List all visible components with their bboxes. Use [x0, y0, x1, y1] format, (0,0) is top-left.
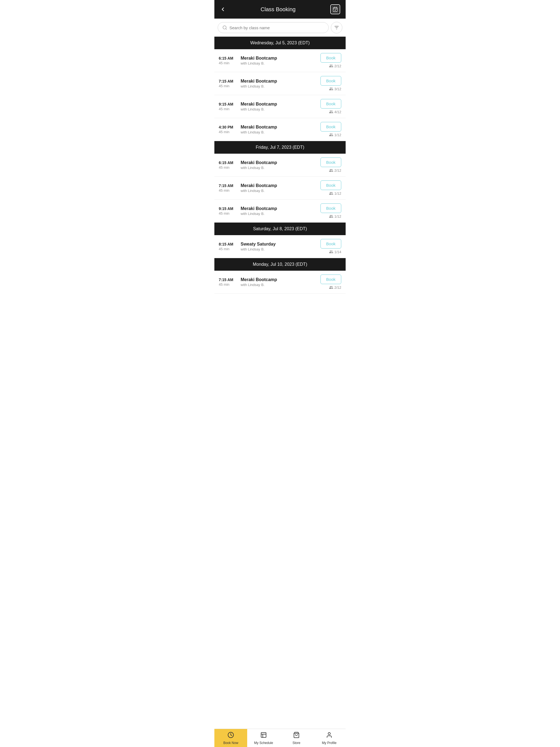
class-capacity: 2/12: [329, 168, 341, 173]
class-time: 7:15 AM 45 min: [219, 278, 237, 287]
class-name: Meraki Bootcamp: [240, 277, 317, 282]
class-info: Meraki Bootcamp with Lindsay B.: [240, 79, 317, 88]
svg-rect-0: [333, 7, 337, 11]
class-action: Book 2/12: [321, 53, 341, 68]
book-button[interactable]: Book: [321, 275, 341, 284]
class-instructor: with Lindsay B.: [240, 166, 317, 170]
class-instructor: with Lindsay B.: [240, 189, 317, 193]
class-time: 6:15 AM 45 min: [219, 56, 237, 65]
svg-line-5: [226, 28, 226, 29]
my-profile-label: My Profile: [322, 741, 336, 745]
search-icon: [222, 25, 227, 30]
class-time-value: 9:15 AM: [219, 102, 237, 106]
search-input-wrapper: [218, 22, 329, 33]
book-button[interactable]: Book: [321, 53, 341, 62]
class-row: 6:15 AM 45 min Meraki Bootcamp with Lind…: [214, 49, 346, 72]
book-button[interactable]: Book: [321, 180, 341, 190]
calendar-icon: [330, 4, 340, 14]
class-time: 9:15 AM 45 min: [219, 102, 237, 111]
class-info: Meraki Bootcamp with Lindsay B.: [240, 56, 317, 66]
class-duration: 45 min: [219, 282, 237, 287]
book-button[interactable]: Book: [321, 76, 341, 85]
main-content: Wednesday, Jul 5, 2023 (EDT) 6:15 AM 45 …: [214, 36, 346, 747]
class-row: 4:30 PM 45 min Meraki Bootcamp with Lind…: [214, 118, 346, 141]
class-info: Meraki Bootcamp with Lindsay B.: [240, 206, 317, 216]
book-button[interactable]: Book: [321, 99, 341, 108]
class-time: 9:15 AM 45 min: [219, 206, 237, 215]
book-now-label: Book Now: [223, 741, 238, 745]
class-capacity: 3/12: [329, 87, 341, 91]
class-capacity: 1/12: [329, 214, 341, 218]
people-icon: [329, 133, 333, 137]
nav-item-my-schedule[interactable]: My Schedule: [247, 729, 280, 747]
svg-rect-10: [261, 732, 266, 738]
people-icon: [329, 250, 333, 254]
back-icon: [220, 6, 226, 12]
calendar-button[interactable]: [329, 3, 341, 15]
search-input[interactable]: [229, 25, 324, 30]
class-time-value: 7:15 AM: [219, 183, 237, 188]
header: Class Booking: [214, 0, 346, 19]
class-time-value: 6:15 AM: [219, 160, 237, 165]
class-duration: 45 min: [219, 247, 237, 251]
people-icon: [329, 214, 333, 218]
day-header: Saturday, Jul 8, 2023 (EDT): [214, 223, 346, 235]
nav-item-my-profile[interactable]: My Profile: [313, 729, 346, 747]
class-capacity: 1/12: [329, 191, 341, 196]
class-duration: 45 min: [219, 107, 237, 111]
class-instructor: with Lindsay B.: [240, 84, 317, 88]
bottom-nav: Book Now My Schedule Store My Profile: [214, 729, 346, 747]
class-name: Meraki Bootcamp: [240, 160, 317, 165]
store-label: Store: [292, 741, 301, 745]
store-icon: [293, 732, 300, 740]
nav-item-book-now[interactable]: Book Now: [214, 729, 247, 747]
book-button[interactable]: Book: [321, 239, 341, 249]
capacity-value: 1/12: [334, 214, 341, 218]
capacity-value: 3/12: [334, 87, 341, 91]
book-now-icon: [228, 732, 234, 740]
class-time: 4:30 PM 45 min: [219, 125, 237, 134]
class-action: Book 1/12: [321, 180, 341, 196]
book-button[interactable]: Book: [321, 203, 341, 213]
class-time-value: 4:30 PM: [219, 125, 237, 129]
day-header: Wednesday, Jul 5, 2023 (EDT): [214, 36, 346, 49]
class-info: Sweaty Saturday with Lindsay B.: [240, 242, 317, 251]
class-duration: 45 min: [219, 165, 237, 170]
people-icon: [329, 285, 333, 289]
nav-item-store[interactable]: Store: [280, 729, 313, 747]
capacity-value: 1/12: [334, 133, 341, 137]
class-instructor: with Lindsay B.: [240, 107, 317, 111]
book-button[interactable]: Book: [321, 122, 341, 131]
capacity-value: 1/12: [334, 191, 341, 196]
capacity-value: 1/14: [334, 250, 341, 254]
class-action: Book 1/12: [321, 122, 341, 137]
class-capacity: 2/12: [329, 285, 341, 289]
people-icon: [329, 87, 333, 91]
class-capacity: 4/12: [329, 110, 341, 114]
class-row: 9:15 AM 45 min Meraki Bootcamp with Lind…: [214, 200, 346, 223]
class-info: Meraki Bootcamp with Lindsay B.: [240, 183, 317, 193]
my-schedule-label: My Schedule: [254, 741, 273, 745]
class-action: Book 1/12: [321, 203, 341, 218]
people-icon: [329, 191, 333, 196]
people-icon: [329, 64, 333, 68]
class-duration: 45 min: [219, 130, 237, 134]
class-info: Meraki Bootcamp with Lindsay B.: [240, 125, 317, 134]
class-duration: 45 min: [219, 188, 237, 192]
class-time-value: 6:15 AM: [219, 56, 237, 60]
class-instructor: with Lindsay B.: [240, 283, 317, 287]
class-time-value: 8:15 AM: [219, 242, 237, 247]
filter-button[interactable]: [331, 22, 342, 33]
back-button[interactable]: [219, 5, 227, 14]
class-instructor: with Lindsay B.: [240, 212, 317, 216]
book-button[interactable]: Book: [321, 157, 341, 167]
my-profile-icon: [326, 732, 332, 740]
class-instructor: with Lindsay B.: [240, 247, 317, 251]
capacity-value: 2/12: [334, 285, 341, 289]
class-row: 7:15 AM 45 min Meraki Bootcamp with Lind…: [214, 177, 346, 200]
class-name: Meraki Bootcamp: [240, 183, 317, 188]
class-row: 7:15 AM 45 min Meraki Bootcamp with Lind…: [214, 271, 346, 294]
people-icon: [329, 168, 333, 173]
class-instructor: with Lindsay B.: [240, 61, 317, 66]
class-time-value: 7:15 AM: [219, 79, 237, 83]
